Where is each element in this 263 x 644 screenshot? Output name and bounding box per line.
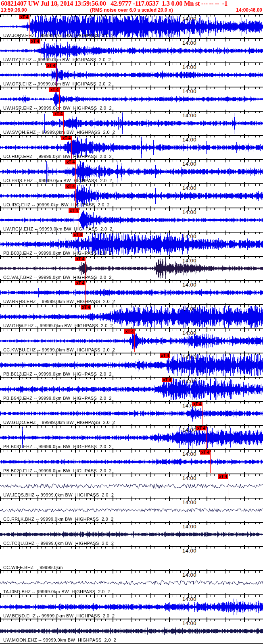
seismogram-viewer: 60821407 UW Jul 18, 2014 13:59:56.00 42.…: [0, 0, 263, 644]
station-channel-label: CC.WIFE.BHZ -- 99999.0km: [3, 565, 63, 570]
station-channel-label: PB.B013.EHZ -- 99999.0km BW HIGHPASS 2.0…: [3, 372, 112, 376]
station-channel-label: PB.B031.EHZ -- 99999.0km BW HIGHPASS 2.0…: [3, 444, 112, 449]
station-channel-label: CC.VALT.BHZ -- 99999.0km BW HIGHPASS 2.0…: [3, 275, 112, 280]
pick-scale-flag: xT 4: [81, 305, 91, 310]
pick-time-line: [75, 189, 76, 207]
station-channel-label: CC.TCBU.BHZ -- 99999.0km BW HIGHPASS 2.0…: [3, 541, 114, 546]
pick-scale-flag: xT 4: [69, 208, 79, 213]
waveform-canvas: [0, 0, 263, 644]
station-channel-label: UW.MOON.EHZ -- 99999.0km BW HIGHPASS 2.0…: [3, 638, 116, 642]
station-channel-label: UW.HSR.EHZ -- 99999.0km BW HIGHPASS 2.0 …: [3, 106, 112, 110]
pick-scale-flag: xT 4: [218, 474, 228, 479]
station-channel-label: UW.GLDO.EHZ -- 99999.0km BW HIGHPASS 2.0…: [3, 420, 115, 425]
pick-scale-flag: xT 4: [160, 353, 170, 358]
pick-time-line: [206, 430, 207, 449]
scaling-note: (RMS noise over 6.0 s scaled 20.0 x): [90, 7, 173, 13]
pick-time-line: [85, 285, 86, 304]
pick-scale-flag: xT 4: [75, 281, 86, 285]
pick-scale-flag: xT 4: [46, 63, 56, 68]
pick-time-line: [91, 310, 91, 328]
pick-time-line: [59, 92, 60, 110]
station-channel-label: UO.FRIS.EHZ -- 99999.0km BW HIGHPASS 2.0…: [3, 178, 112, 183]
station-channel-label: PB.B003.EHZ -- 99999.0km BW HIGHPASS 2.0…: [3, 251, 112, 256]
pick-time-line: [228, 479, 228, 502]
station-channel-label: UO.IRO.EHZ -- 99999.0km BW HIGHPASS 2.0 …: [3, 202, 110, 207]
station-channel-label: UW.RRHS.EHZ -- 99999.0km BW HIGHPASS 2.0…: [3, 299, 115, 304]
pick-time-line: [75, 164, 76, 183]
pick-time-line: [210, 455, 211, 473]
station-channel-label: CC.KWBU.EHZ -- 99999.0km BW HIGHPASS 2.0…: [3, 347, 115, 352]
station-channel-label: UW.DY2.EHZ -- 99999.0km BW HIGHPASS 2.0 …: [3, 57, 111, 62]
pick-time-line: [71, 140, 72, 159]
pick-scale-flag: xT 4: [53, 112, 64, 116]
pick-time-line: [56, 68, 56, 86]
pick-scale-flag: xT 4: [196, 426, 207, 430]
station-channel-label: UW.JEDS.BHZ -- 99999.0km BW HIGHPASS 2.0…: [3, 492, 114, 497]
station-channel-label: UW.BEND.EHZ -- 99999.0km BW HIGHPASS 2.0…: [3, 613, 115, 618]
pick-scale-flag: xT 4: [19, 15, 29, 19]
station-channel-label: UO.HUO.EHZ -- 99999.0km BW HIGHPASS 2.0 …: [3, 154, 112, 159]
header: 60821407 UW Jul 18, 2014 13:59:56.00 42.…: [0, 0, 263, 13]
station-channel-label: CC.RRLK.BHZ -- 99999.0km BW HIGHPASS 2.0…: [3, 517, 114, 521]
station-channel-label: UW.SVOH.EHZ -- 99999.0km BW HIGHPASS 2.0…: [3, 130, 115, 135]
pick-time-line: [134, 334, 135, 352]
pick-scale-flag: xT 4: [200, 450, 211, 455]
pick-time-line: [202, 406, 202, 425]
pick-time-line: [172, 382, 172, 401]
time-window-bar: 13:59:36.00 (RMS noise over 6.0 s scaled…: [0, 7, 263, 13]
station-channel-label: UW.GHW.EHZ -- 99999.0km BW HIGHPASS 2.0 …: [3, 323, 113, 328]
station-channel-label: TA.I05D.BHZ -- 99999.0km BW HIGHPASS 2.0…: [3, 589, 110, 594]
pick-scale-flag: xT 4: [61, 136, 72, 140]
pick-scale-flag: xT 4: [162, 378, 172, 382]
station-channel-label: UW.RCM.EHZ -- 99999.0km BW HIGHPASS 2.0 …: [3, 226, 113, 231]
window-start-time: 13:59:36.00: [1, 7, 27, 13]
pick-scale-flag: xT 4: [192, 402, 202, 406]
pick-scale-flag: xT 4: [124, 329, 135, 334]
station-channel-label: PB.B020.EHZ -- 99999.0km BW HIGHPASS 2.0…: [3, 468, 112, 473]
pick-scale-flag: xT 4: [65, 184, 76, 189]
pick-time-line: [85, 261, 86, 280]
pick-scale-flag: xT 4: [65, 160, 76, 164]
event-summary: 60821407 UW Jul 18, 2014 13:59:56.00 42.…: [0, 0, 263, 7]
pick-scale-flag: xT 4: [73, 233, 83, 237]
pick-scale-flag: xT 4: [75, 257, 86, 261]
pick-time-line: [29, 19, 29, 38]
pick-time-line: [40, 44, 40, 62]
pick-time-line: [79, 213, 79, 231]
pick-time-line: [170, 358, 170, 376]
station-channel-label: PB.B943.EHZ -- 99999.0km BW HIGHPASS 2.0…: [3, 396, 112, 401]
station-channel-label: UW.JORV.EHZ -- 99999.0km BW HIGHPASS 2.0…: [3, 33, 114, 38]
window-end-time: 14:00:46.00: [236, 7, 262, 13]
pick-time-line: [63, 116, 64, 135]
station-channel-label: UW.QT3.EHZ -- 99999.0km BW HIGHPASS 2.0 …: [3, 81, 111, 86]
pick-scale-flag: xT 4: [49, 87, 60, 92]
pick-scale-flag: xT 4: [30, 39, 40, 44]
pick-time-line: [83, 237, 83, 256]
